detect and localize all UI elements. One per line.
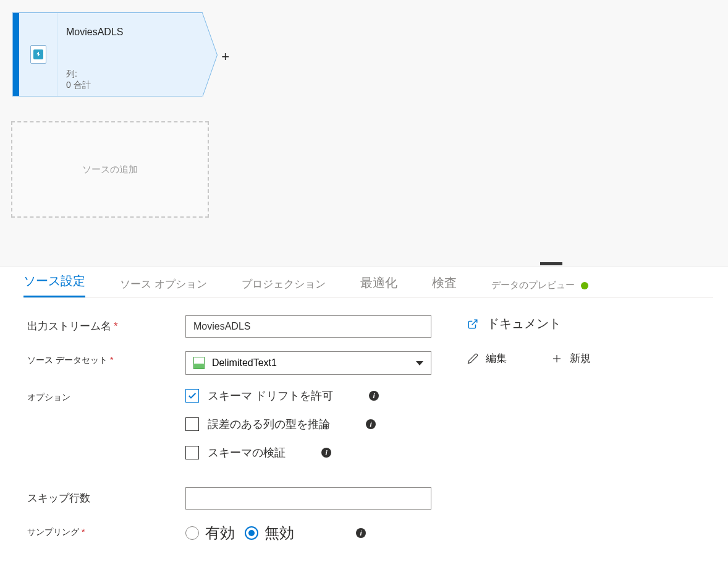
documentation-link[interactable]: ドキュメント (467, 315, 561, 332)
allow-schema-drift-checkbox[interactable] (185, 389, 199, 403)
settings-panel: ソース設定 ソース オプション プロジェクション 最適化 検査 データのプレビュ… (15, 271, 713, 557)
add-step-button[interactable]: + (221, 49, 229, 65)
node-columns-value: 0 合計 (66, 80, 91, 91)
validate-schema-checkbox[interactable] (185, 446, 199, 459)
tab-data-preview[interactable]: データのプレビュー (491, 280, 588, 297)
tab-source-options[interactable]: ソース オプション (120, 277, 207, 297)
validate-schema-label: スキーマの検証 (208, 445, 286, 460)
sampling-enable-label: 有効 (205, 523, 235, 543)
sampling-disable-radio[interactable] (245, 526, 258, 540)
info-icon[interactable]: i (369, 391, 379, 401)
add-source-label: ソースの追加 (82, 164, 138, 176)
add-source-placeholder[interactable]: ソースの追加 (11, 121, 209, 218)
info-icon[interactable]: i (356, 528, 366, 538)
node-arrow-shape (202, 13, 217, 97)
infer-column-types-label: 誤差のある列の型を推論 (208, 417, 330, 432)
options-label: オプション (27, 388, 185, 403)
flow-canvas[interactable]: MoviesADLS 列: 0 合計 + ソースの追加 (0, 0, 728, 267)
node-icon-column (19, 13, 57, 96)
sampling-label: サンプリング* (27, 523, 185, 538)
info-icon[interactable]: i (321, 448, 331, 458)
skip-lines-label: スキップ行数 (27, 487, 185, 505)
external-link-icon (467, 318, 478, 330)
tab-source-settings[interactable]: ソース設定 (23, 273, 85, 297)
info-icon[interactable]: i (366, 419, 376, 429)
tab-projection[interactable]: プロジェクション (242, 277, 326, 297)
datasource-icon (33, 49, 43, 59)
infer-column-types-checkbox[interactable] (185, 417, 199, 431)
pencil-icon (467, 353, 478, 364)
csv-file-icon (193, 357, 205, 369)
plus-icon (551, 353, 562, 364)
output-stream-label: 出力ストリーム名* (27, 315, 185, 333)
settings-form: 出力ストリーム名* ドキュメント ソース データセット* DelimitedTe… (27, 315, 713, 543)
edit-dataset-button[interactable]: 編集 (467, 351, 507, 365)
preview-status-dot (581, 282, 588, 289)
dataset-value: DelimitedText1 (212, 357, 277, 369)
dataset-select[interactable]: DelimitedText1 (185, 351, 431, 375)
node-title: MoviesADLS (66, 27, 193, 38)
sampling-disable-label: 無効 (265, 523, 294, 543)
tab-optimize[interactable]: 最適化 (360, 275, 397, 297)
chevron-down-icon (416, 361, 423, 365)
allow-schema-drift-label: スキーマ ドリフトを許可 (208, 388, 333, 403)
dataset-label: ソース データセット* (27, 351, 185, 366)
sampling-enable-radio[interactable] (185, 526, 199, 540)
svg-line-0 (472, 320, 477, 325)
node-accent-bar (13, 13, 19, 96)
output-stream-input[interactable] (185, 315, 431, 338)
node-columns-label: 列: (66, 69, 77, 80)
skip-lines-input[interactable] (185, 487, 431, 510)
tabs-bar: ソース設定 ソース オプション プロジェクション 最適化 検査 データのプレビュ… (23, 271, 713, 298)
source-node[interactable]: MoviesADLS 列: 0 合計 + (12, 12, 203, 96)
panel-resize-handle[interactable] (540, 262, 562, 265)
new-dataset-button[interactable]: 新規 (551, 351, 591, 365)
tab-inspect[interactable]: 検査 (432, 275, 457, 297)
